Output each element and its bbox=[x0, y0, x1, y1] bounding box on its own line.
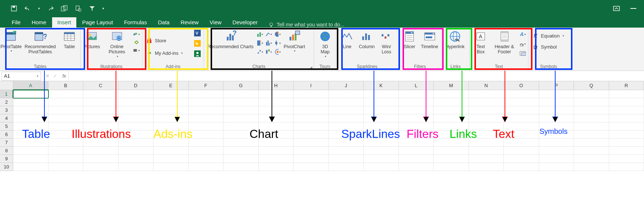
cell-I3[interactable] bbox=[294, 106, 329, 114]
column-header-O[interactable]: O bbox=[504, 81, 539, 90]
column-header-F[interactable]: F bbox=[189, 81, 224, 90]
cell-J4[interactable] bbox=[329, 114, 364, 122]
cell-C9[interactable] bbox=[83, 155, 119, 163]
cell-O10[interactable] bbox=[504, 163, 539, 171]
cell-M1[interactable] bbox=[434, 90, 469, 98]
cell-H8[interactable] bbox=[259, 147, 294, 155]
cell-R6[interactable] bbox=[609, 131, 644, 139]
cell-F2[interactable] bbox=[189, 98, 224, 106]
cell-Q5[interactable] bbox=[574, 122, 609, 131]
cell-H10[interactable] bbox=[259, 163, 294, 171]
wordart-icon[interactable]: A▾ bbox=[519, 31, 526, 38]
cell-R5[interactable] bbox=[609, 122, 644, 131]
cell-Q8[interactable] bbox=[574, 147, 609, 155]
row-header-10[interactable]: 10 bbox=[0, 163, 13, 171]
cell-I10[interactable] bbox=[294, 163, 329, 171]
cell-Q3[interactable] bbox=[574, 106, 609, 114]
cell-D2[interactable] bbox=[119, 98, 154, 106]
pie-chart-icon[interactable]: ▾ bbox=[274, 31, 281, 38]
pivottable-button[interactable]: PivotTable▾ bbox=[2, 29, 20, 54]
cell-Q4[interactable] bbox=[574, 114, 609, 122]
cell-I8[interactable] bbox=[294, 147, 329, 155]
select-all-corner[interactable] bbox=[0, 81, 13, 90]
cell-O4[interactable] bbox=[504, 114, 539, 122]
cell-Q1[interactable] bbox=[574, 90, 609, 98]
cell-C2[interactable] bbox=[83, 98, 119, 106]
cell-D1[interactable] bbox=[119, 90, 154, 98]
cell-H2[interactable] bbox=[259, 98, 294, 106]
cell-D3[interactable] bbox=[119, 106, 154, 114]
histogram-chart-icon[interactable]: ▾ bbox=[265, 40, 272, 46]
cell-A10[interactable] bbox=[13, 163, 48, 171]
cell-I9[interactable] bbox=[294, 155, 329, 163]
cell-E10[interactable] bbox=[153, 163, 189, 171]
cell-P1[interactable] bbox=[539, 90, 574, 98]
cell-P10[interactable] bbox=[539, 163, 574, 171]
cell-P9[interactable] bbox=[539, 155, 574, 163]
cell-M3[interactable] bbox=[434, 106, 469, 114]
cell-I7[interactable] bbox=[294, 139, 329, 147]
tab-formulas[interactable]: Formulas bbox=[119, 17, 152, 28]
cell-K2[interactable] bbox=[364, 98, 399, 106]
column-header-P[interactable]: P bbox=[539, 81, 574, 90]
sparkline-winloss-button[interactable]: Win/ Loss bbox=[378, 29, 395, 56]
cell-H9[interactable] bbox=[259, 155, 294, 163]
cell-A9[interactable] bbox=[13, 155, 48, 163]
cell-N4[interactable] bbox=[469, 114, 504, 122]
namebox-dropdown-icon[interactable]: ▾ bbox=[37, 74, 39, 78]
cell-F3[interactable] bbox=[189, 106, 224, 114]
column-header-H[interactable]: H bbox=[259, 81, 294, 90]
cell-J3[interactable] bbox=[329, 106, 364, 114]
cancel-formula-icon[interactable]: ✕ bbox=[46, 73, 50, 79]
cell-N9[interactable] bbox=[469, 155, 504, 163]
fx-icon[interactable]: fx bbox=[60, 73, 68, 79]
cell-G3[interactable] bbox=[223, 106, 259, 114]
cell-I1[interactable] bbox=[294, 90, 329, 98]
row-header-8[interactable]: 8 bbox=[0, 147, 13, 155]
online-pictures-button[interactable]: Online Pictures▾ bbox=[102, 29, 132, 59]
cell-G8[interactable] bbox=[223, 147, 259, 155]
cell-O1[interactable] bbox=[504, 90, 539, 98]
row-header-5[interactable]: 5 bbox=[0, 122, 13, 131]
cell-E1[interactable] bbox=[153, 90, 189, 98]
tell-me-search[interactable]: Tell me what you want to do... bbox=[263, 22, 344, 28]
cell-B9[interactable] bbox=[48, 155, 84, 163]
column-header-I[interactable]: I bbox=[294, 81, 329, 90]
row-header-1[interactable]: 1 bbox=[0, 90, 13, 98]
cell-Q6[interactable] bbox=[574, 131, 609, 139]
surface-chart-icon[interactable]: ▾ bbox=[274, 49, 281, 55]
column-header-K[interactable]: K bbox=[364, 81, 399, 90]
column-header-D[interactable]: D bbox=[119, 81, 154, 90]
row-header-4[interactable]: 4 bbox=[0, 114, 13, 122]
ribbon-options-icon[interactable] bbox=[613, 5, 620, 12]
cell-B1[interactable] bbox=[48, 90, 84, 98]
column-header-R[interactable]: R bbox=[609, 81, 644, 90]
treemap-chart-icon[interactable]: ▾ bbox=[256, 40, 263, 46]
tab-home[interactable]: Home bbox=[26, 17, 51, 28]
cell-Q10[interactable] bbox=[574, 163, 609, 171]
column-header-B[interactable]: B bbox=[48, 81, 84, 90]
cell-I5[interactable] bbox=[294, 122, 329, 131]
cell-P2[interactable] bbox=[539, 98, 574, 106]
cell-E4[interactable] bbox=[153, 114, 189, 122]
bing-addin-icon[interactable]: b bbox=[194, 40, 201, 47]
cell-E8[interactable] bbox=[153, 147, 189, 155]
cell-M2[interactable] bbox=[434, 98, 469, 106]
cell-G9[interactable] bbox=[223, 155, 259, 163]
redo-icon[interactable] bbox=[47, 5, 54, 12]
row-header-2[interactable]: 2 bbox=[0, 98, 13, 106]
cell-O2[interactable] bbox=[504, 98, 539, 106]
enter-formula-icon[interactable]: ✓ bbox=[53, 73, 57, 79]
charts-launcher-icon[interactable]: ◢ bbox=[310, 65, 312, 69]
cell-A3[interactable] bbox=[13, 106, 48, 114]
cell-N10[interactable] bbox=[469, 163, 504, 171]
timeline-button[interactable]: Timeline bbox=[420, 29, 439, 50]
tab-review[interactable]: Review bbox=[175, 17, 204, 28]
cell-F6[interactable] bbox=[189, 131, 224, 139]
cell-B8[interactable] bbox=[48, 147, 84, 155]
print-preview-icon[interactable] bbox=[74, 5, 82, 12]
equation-button[interactable]: π Equation▾ bbox=[531, 32, 565, 40]
cell-B2[interactable] bbox=[48, 98, 84, 106]
tab-page-layout[interactable]: Page Layout bbox=[77, 17, 118, 28]
column-header-N[interactable]: N bbox=[469, 81, 504, 90]
